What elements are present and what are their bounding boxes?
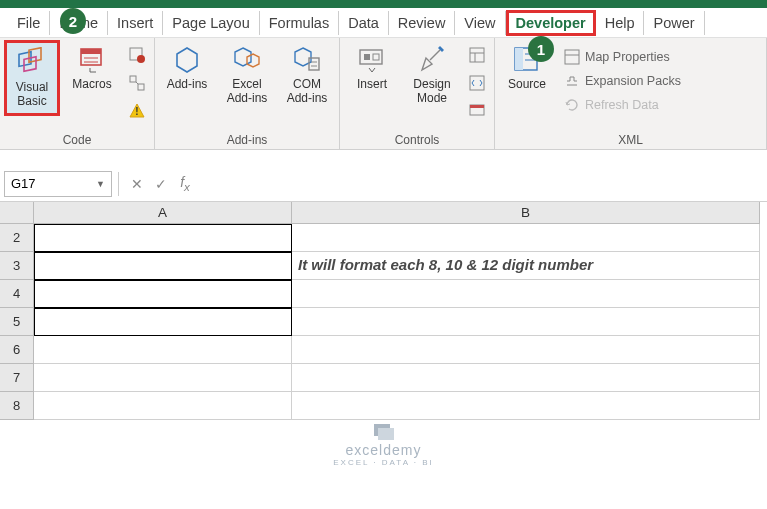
tab-help[interactable]: Help <box>596 11 645 35</box>
svg-line-11 <box>136 82 138 84</box>
svg-rect-31 <box>470 105 484 108</box>
logo-tagline: EXCEL · DATA · BI <box>333 458 434 467</box>
svg-marker-14 <box>177 48 197 72</box>
worksheet-grid: A B 2 3 It will format each 8, 10 & 12 d… <box>0 202 767 420</box>
row-header-6[interactable]: 6 <box>0 336 34 364</box>
view-code-icon <box>468 74 486 96</box>
record-macro-button[interactable] <box>124 44 150 70</box>
tab-data[interactable]: Data <box>339 11 389 35</box>
watermark-logo: exceldemy EXCEL · DATA · BI <box>0 420 767 467</box>
tab-file[interactable]: File <box>8 11 50 35</box>
name-box-value: G17 <box>11 176 36 191</box>
expansion-packs-label: Expansion Packs <box>585 74 681 88</box>
ribbon: Visual Basic Macros ! Code Add-ins <box>0 38 767 150</box>
addins-icon <box>171 44 203 76</box>
cell-a7[interactable] <box>34 364 292 392</box>
group-code-label: Code <box>4 131 150 149</box>
svg-text:!: ! <box>135 106 138 117</box>
cell-b8[interactable] <box>292 392 760 420</box>
refresh-data-button[interactable]: Refresh Data <box>559 94 685 116</box>
svg-rect-4 <box>81 49 101 54</box>
row-header-4[interactable]: 4 <box>0 280 34 308</box>
tab-view[interactable]: View <box>455 11 505 35</box>
design-mode-icon <box>416 44 448 76</box>
map-properties-button[interactable]: Map Properties <box>559 46 685 68</box>
map-properties-label: Map Properties <box>585 50 670 64</box>
svg-rect-33 <box>515 48 523 70</box>
com-addins-button[interactable]: COM Add-ins <box>279 40 335 110</box>
cell-a3[interactable] <box>34 252 292 280</box>
cell-a4[interactable] <box>34 280 292 308</box>
svg-marker-15 <box>235 48 251 66</box>
use-relative-refs-button[interactable] <box>124 72 150 98</box>
cell-b7[interactable] <box>292 364 760 392</box>
cell-a5[interactable] <box>34 308 292 336</box>
row-header-3[interactable]: 3 <box>0 252 34 280</box>
map-properties-icon <box>563 48 581 66</box>
design-mode-button[interactable]: Design Mode <box>404 40 460 110</box>
record-icon <box>128 46 146 68</box>
warning-icon: ! <box>128 102 146 124</box>
refresh-data-label: Refresh Data <box>585 98 659 112</box>
select-all-corner[interactable] <box>0 202 34 224</box>
separator <box>118 172 119 196</box>
row-header-5[interactable]: 5 <box>0 308 34 336</box>
cell-b5[interactable] <box>292 308 760 336</box>
column-header-a[interactable]: A <box>34 202 292 224</box>
svg-rect-23 <box>373 54 379 60</box>
expansion-packs-button[interactable]: Expansion Packs <box>559 70 685 92</box>
cell-b2[interactable] <box>292 224 760 252</box>
name-box[interactable]: G17 ▼ <box>4 171 112 197</box>
tab-page-layout[interactable]: Page Layou <box>163 11 259 35</box>
cell-a8[interactable] <box>34 392 292 420</box>
row-header-8[interactable]: 8 <box>0 392 34 420</box>
group-xml-label: XML <box>499 131 762 149</box>
com-addins-label: COM Add-ins <box>281 78 333 106</box>
macros-button[interactable]: Macros <box>64 40 120 96</box>
design-mode-label: Design Mode <box>406 78 458 106</box>
run-dialog-button[interactable] <box>464 100 490 126</box>
logo-text: exceldemy <box>346 442 422 458</box>
check-icon: ✓ <box>155 176 167 192</box>
row-header-2[interactable]: 2 <box>0 224 34 252</box>
fx-button[interactable]: fx <box>173 172 197 196</box>
tab-power[interactable]: Power <box>644 11 704 35</box>
addins-button[interactable]: Add-ins <box>159 40 215 96</box>
tab-insert[interactable]: Insert <box>108 11 163 35</box>
run-dialog-icon <box>468 102 486 124</box>
svg-rect-10 <box>138 84 144 90</box>
svg-rect-22 <box>364 54 370 60</box>
column-header-b[interactable]: B <box>292 202 760 224</box>
formula-input[interactable] <box>197 171 763 197</box>
group-controls-label: Controls <box>344 131 490 149</box>
tab-developer[interactable]: Developer <box>506 10 596 36</box>
properties-button[interactable] <box>464 44 490 70</box>
relative-refs-icon <box>128 74 146 96</box>
cell-b4[interactable] <box>292 280 760 308</box>
svg-rect-36 <box>565 50 579 64</box>
title-bar <box>0 0 767 8</box>
macro-security-button[interactable]: ! <box>124 100 150 126</box>
callout-badge-1: 1 <box>528 36 554 62</box>
properties-icon <box>468 46 486 68</box>
view-code-button[interactable] <box>464 72 490 98</box>
x-icon: ✕ <box>131 176 143 192</box>
excel-addins-button[interactable]: Excel Add-ins <box>219 40 275 110</box>
group-controls: Insert Design Mode Controls <box>340 38 495 149</box>
enter-button[interactable]: ✓ <box>149 172 173 196</box>
macros-label: Macros <box>72 78 111 92</box>
cell-b3[interactable]: It will format each 8, 10 & 12 digit num… <box>292 252 760 280</box>
cell-a2[interactable] <box>34 224 292 252</box>
tab-review[interactable]: Review <box>389 11 456 35</box>
cancel-button[interactable]: ✕ <box>125 172 149 196</box>
row-header-7[interactable]: 7 <box>0 364 34 392</box>
insert-control-button[interactable]: Insert <box>344 40 400 96</box>
cell-a6[interactable] <box>34 336 292 364</box>
tab-formulas[interactable]: Formulas <box>260 11 339 35</box>
svg-line-25 <box>430 50 440 60</box>
insert-control-icon <box>356 44 388 76</box>
cell-b6[interactable] <box>292 336 760 364</box>
visual-basic-icon <box>16 47 48 79</box>
expansion-packs-icon <box>563 72 581 90</box>
visual-basic-button[interactable]: Visual Basic <box>4 40 60 116</box>
